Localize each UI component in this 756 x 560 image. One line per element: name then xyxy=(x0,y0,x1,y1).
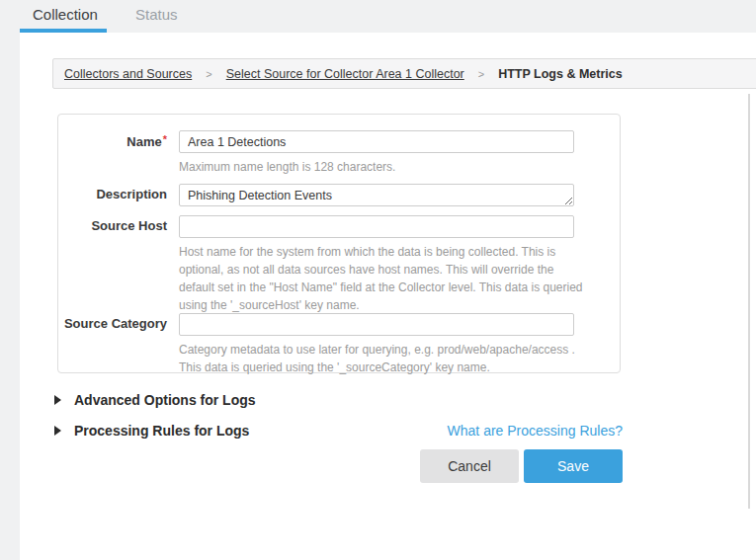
breadcrumb-separator: > xyxy=(478,68,484,80)
save-button[interactable]: Save xyxy=(524,449,623,483)
breadcrumb-link-collectors-and-sources[interactable]: Collectors and Sources xyxy=(64,67,192,81)
source-category-helper-text: Category metadata to use later for query… xyxy=(179,341,584,376)
source-host-helper-text: Host name for the system from which the … xyxy=(179,243,584,314)
description-label: Description xyxy=(58,187,167,201)
processing-rules-help-link[interactable]: What are Processing Rules? xyxy=(448,423,623,439)
advanced-options-toggle[interactable]: Advanced Options for Logs xyxy=(54,392,256,408)
processing-rules-toggle[interactable]: Processing Rules for Logs xyxy=(54,423,249,439)
advanced-options-title: Advanced Options for Logs xyxy=(74,392,256,408)
caret-right-icon xyxy=(54,395,61,405)
breadcrumb-separator: > xyxy=(206,68,211,80)
description-textarea[interactable]: Phishing Detection Events xyxy=(179,184,574,206)
breadcrumb: Collectors and Sources > Select Source f… xyxy=(52,58,756,89)
tab-bar: Collection Status xyxy=(0,0,756,33)
required-asterisk: * xyxy=(163,133,167,145)
cancel-button[interactable]: Cancel xyxy=(420,449,519,483)
name-label: Name* xyxy=(58,133,167,149)
processing-rules-title: Processing Rules for Logs xyxy=(74,423,249,439)
tab-collection[interactable]: Collection xyxy=(33,0,98,29)
page: Collection Status Collectors and Sources… xyxy=(0,0,756,560)
source-category-label: Source Category xyxy=(58,316,167,331)
tab-status[interactable]: Status xyxy=(135,0,178,29)
source-category-input[interactable] xyxy=(179,313,574,336)
breadcrumb-current-page: HTTP Logs & Metrics xyxy=(498,67,622,81)
source-host-label: Source Host xyxy=(58,218,167,233)
name-helper-text: Maximum name length is 128 characters. xyxy=(179,158,584,176)
source-config-form: Name* Maximum name length is 128 charact… xyxy=(57,114,621,373)
breadcrumb-link-select-source[interactable]: Select Source for Collector Area 1 Colle… xyxy=(226,67,464,81)
scrollbar[interactable] xyxy=(748,94,750,509)
name-label-text: Name xyxy=(126,134,161,149)
name-input[interactable] xyxy=(179,130,574,153)
source-host-input[interactable] xyxy=(179,215,574,238)
caret-right-icon xyxy=(54,426,61,436)
